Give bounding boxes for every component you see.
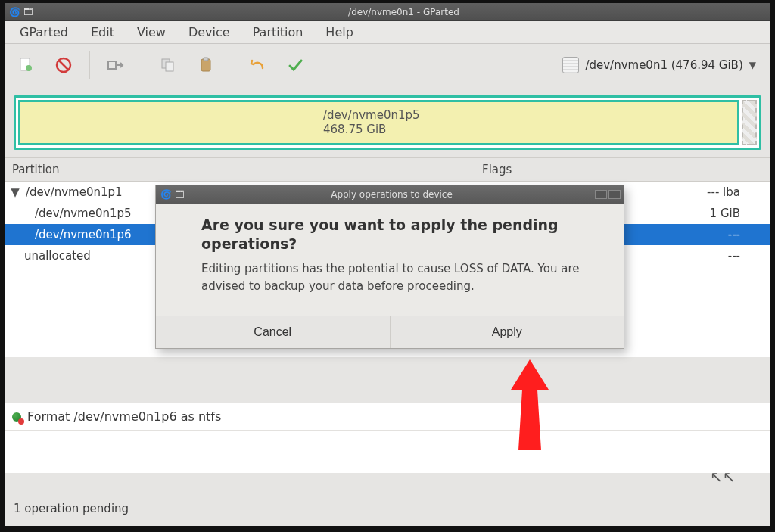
- dialog-title: Apply operations to device: [188, 189, 595, 200]
- window-app-icon: 🗔: [23, 7, 33, 17]
- status-bar: 1 operation pending: [5, 473, 770, 526]
- copy-button[interactable]: [153, 50, 183, 80]
- svg-rect-4: [108, 61, 116, 69]
- apply-confirmation-dialog: 🌀 🗔 Apply operations to device Are you s…: [155, 185, 624, 349]
- pending-operations: Format /dev/nvme0n1p6 as ntfs: [5, 403, 770, 473]
- partition-flags: lba: [723, 185, 740, 199]
- resize-move-button[interactable]: [101, 50, 131, 80]
- partition-name: /dev/nvme0n1p5: [35, 207, 132, 220]
- partition-map[interactable]: /dev/nvme0n1p5 468.75 GiB: [14, 95, 761, 150]
- status-text: 1 operation pending: [14, 502, 129, 515]
- undo-button[interactable]: [243, 50, 273, 80]
- dialog-app-icon: 🗔: [175, 189, 184, 200]
- svg-point-1: [26, 65, 32, 71]
- device-chooser[interactable]: /dev/nvme0n1 (476.94 GiB) ▼: [554, 51, 764, 79]
- window-title: /dev/nvme0n1 - GParted: [37, 7, 770, 17]
- menu-help[interactable]: Help: [315, 22, 363, 42]
- svg-rect-6: [166, 62, 173, 71]
- menu-view[interactable]: View: [126, 22, 176, 42]
- svg-rect-8: [204, 58, 208, 61]
- cancel-button[interactable]: Cancel: [156, 316, 390, 348]
- pending-operation-text: Format /dev/nvme0n1p6 as ntfs: [27, 409, 221, 424]
- menu-partition[interactable]: Partition: [242, 22, 314, 42]
- new-partition-button[interactable]: [11, 50, 41, 80]
- menu-device[interactable]: Device: [178, 22, 241, 42]
- tree-collapse-icon[interactable]: ▼: [9, 185, 21, 199]
- col-header-flags[interactable]: Flags: [452, 163, 770, 176]
- menubar: GParted Edit View Device Partition Help: [5, 21, 770, 44]
- partition-map-segment-size: 468.75 GiB: [323, 123, 420, 137]
- partition-map-segment-main[interactable]: /dev/nvme0n1p5 468.75 GiB: [18, 100, 739, 145]
- pending-operation-row[interactable]: Format /dev/nvme0n1p6 as ntfs: [5, 403, 770, 431]
- delete-partition-button[interactable]: [48, 50, 79, 80]
- mouse-cursor-icon: ↖↖: [710, 468, 736, 486]
- partition-map-segment-unallocated[interactable]: [742, 100, 757, 145]
- paste-icon: [198, 57, 214, 73]
- partition-name: /dev/nvme0n1p1: [26, 185, 123, 199]
- apply-button[interactable]: [281, 50, 311, 80]
- copy-icon: [160, 57, 176, 73]
- partition-name: unallocated: [24, 249, 91, 263]
- debian-swirl-icon: 🌀: [160, 189, 172, 200]
- partition-size-tail: 1 GiB: [710, 207, 740, 220]
- svg-line-3: [59, 61, 68, 70]
- menu-gparted[interactable]: GParted: [9, 22, 79, 42]
- window-titlebar: 🌀 🗔 /dev/nvme0n1 - GParted: [5, 3, 770, 21]
- hard-disk-icon: [562, 57, 579, 73]
- menu-edit[interactable]: Edit: [80, 22, 125, 42]
- partition-map-segment-name: /dev/nvme0n1p5: [323, 108, 420, 123]
- toolbar: /dev/nvme0n1 (476.94 GiB) ▼: [5, 44, 770, 86]
- debian-swirl-icon: 🌀: [9, 7, 20, 17]
- apply-confirm-button[interactable]: Apply: [390, 316, 624, 348]
- resize-icon: [107, 58, 125, 73]
- partition-name: /dev/nvme0n1p6: [35, 228, 132, 241]
- window-minimize-icon[interactable]: [595, 190, 607, 199]
- paste-button[interactable]: [191, 50, 221, 80]
- delete-cancel-icon: [55, 57, 72, 73]
- dialog-titlebar: 🌀 🗔 Apply operations to device: [156, 185, 624, 204]
- undo-icon: [249, 58, 267, 73]
- apply-check-icon: [287, 58, 305, 73]
- partition-table-header: Partition Flags: [5, 157, 770, 182]
- window-maximize-icon[interactable]: [608, 190, 621, 199]
- chevron-down-icon: ▼: [749, 60, 756, 70]
- format-operation-icon: [12, 412, 21, 422]
- device-chooser-label: /dev/nvme0n1 (476.94 GiB): [585, 58, 742, 72]
- partition-flags: ---: [728, 249, 740, 263]
- dialog-body-text: Editing partitions has the potential to …: [201, 260, 605, 294]
- document-new-icon: [17, 57, 34, 73]
- dialog-heading: Are you sure you want to apply the pendi…: [201, 216, 605, 253]
- partition-flags: ---: [728, 228, 740, 241]
- col-header-partition[interactable]: Partition: [5, 163, 163, 176]
